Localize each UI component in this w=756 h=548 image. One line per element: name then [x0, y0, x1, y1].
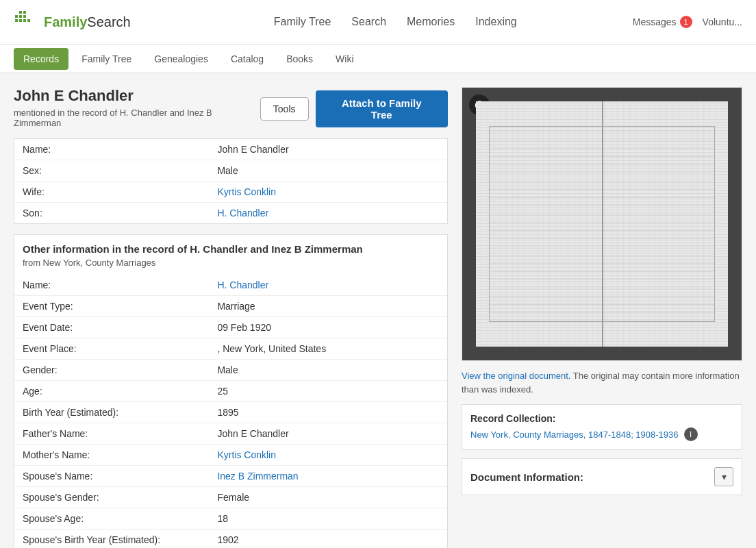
- other-info-table: Name: H. Chandler Event Type: Marriage E…: [14, 275, 447, 548]
- section-sub: from New York, County Marriages: [14, 258, 447, 275]
- table-row: Sex: Male: [14, 160, 447, 182]
- svg-rect-5: [15, 19, 18, 22]
- value-spouses-age: 18: [209, 508, 447, 530]
- label-fathers-name: Father's Name:: [14, 423, 209, 445]
- value-birth-year: 1895: [209, 402, 447, 423]
- value-fathers-name: John E Chandler: [209, 423, 447, 445]
- document-scan: [476, 101, 727, 347]
- value-event-type: Marriage: [209, 296, 447, 317]
- table-row: Spouse's Age: 18: [14, 508, 447, 530]
- svg-rect-8: [27, 19, 30, 22]
- volunteer-link[interactable]: Voluntu...: [703, 16, 742, 27]
- table-row: Birth Year (Estimated): 1895: [14, 402, 447, 423]
- value-spouses-birth-year: 1902: [209, 530, 447, 549]
- label-name: Name:: [14, 139, 209, 160]
- record-actions: Tools Attach to Family Tree: [260, 90, 448, 127]
- second-nav: Records Family Tree Genealogies Catalog …: [0, 45, 756, 73]
- record-header: John E Chandler mentioned in the record …: [14, 87, 448, 128]
- svg-rect-6: [19, 19, 22, 22]
- svg-rect-2: [23, 15, 26, 18]
- table-row: Gender: Male: [14, 360, 447, 381]
- messages-count: 1: [680, 16, 692, 28]
- nav-books[interactable]: Books: [277, 48, 323, 70]
- value-mothers-name: Kyrtis Conklin: [209, 445, 447, 466]
- mothers-name-link[interactable]: Kyrtis Conklin: [217, 449, 276, 460]
- nav-memories[interactable]: Memories: [407, 12, 455, 32]
- value-wife: Kyrtis Conklin: [209, 182, 447, 203]
- label-event-place: Event Place:: [14, 338, 209, 360]
- svg-rect-3: [19, 15, 22, 18]
- logo[interactable]: FamilySearch: [14, 10, 131, 34]
- label-birth-year: Birth Year (Estimated):: [14, 402, 209, 423]
- value-event-date: 09 Feb 1920: [209, 317, 447, 338]
- nav-records[interactable]: Records: [14, 48, 68, 70]
- messages-button[interactable]: Messages 1: [633, 16, 692, 28]
- value-spouses-gender: Female: [209, 487, 447, 508]
- table-row: Son: H. Chandler: [14, 203, 447, 224]
- table-row: Spouse's Gender: Female: [14, 487, 447, 508]
- svg-rect-1: [23, 11, 26, 14]
- table-row: Event Place: , New York, United States: [14, 338, 447, 360]
- spouses-name-link[interactable]: Inez B Zimmerman: [217, 471, 298, 482]
- doc-divider: [602, 101, 603, 347]
- nav-search[interactable]: Search: [351, 12, 386, 32]
- document-info-section: Document Information: ▾: [462, 458, 742, 495]
- label-age: Age:: [14, 381, 209, 402]
- value-event-place: , New York, United States: [209, 338, 447, 360]
- son-link[interactable]: H. Chandler: [217, 208, 268, 219]
- tools-button[interactable]: Tools: [260, 97, 309, 121]
- label-spouses-age: Spouse's Age:: [14, 508, 209, 530]
- name-link[interactable]: H. Chandler: [217, 279, 268, 290]
- nav-catalog[interactable]: Catalog: [221, 48, 273, 70]
- value-sex: Male: [209, 160, 447, 182]
- wife-link[interactable]: Kyrtis Conklin: [217, 186, 276, 197]
- table-row: Spouse's Name: Inez B Zimmerman: [14, 466, 447, 487]
- value-name: John E Chandler: [209, 139, 447, 160]
- original-doc-link[interactable]: View the original document.: [462, 371, 570, 381]
- main-navigation: Family Tree Search Memories Indexing: [158, 12, 633, 32]
- record-subtitle: mentioned in the record of H. Chandler a…: [14, 108, 260, 128]
- table-row: Mother's Name: Kyrtis Conklin: [14, 445, 447, 466]
- svg-rect-0: [19, 11, 22, 14]
- doc-info-label: Document Information:: [470, 471, 583, 483]
- value-gender: Male: [209, 360, 447, 381]
- main-content: John E Chandler mentioned in the record …: [0, 73, 756, 548]
- info-icon[interactable]: i: [684, 427, 698, 441]
- attach-button[interactable]: Attach to Family Tree: [316, 90, 449, 127]
- nav-family-tree-sub[interactable]: Family Tree: [72, 48, 141, 70]
- label-event-type: Event Type:: [14, 296, 209, 317]
- expand-doc-info-button[interactable]: ▾: [714, 467, 733, 486]
- top-nav: FamilySearch Family Tree Search Memories…: [0, 0, 756, 45]
- other-info-section: Other information in the record of H. Ch…: [14, 234, 448, 548]
- collection-link[interactable]: New York, County Marriages, 1847-1848; 1…: [470, 429, 679, 440]
- value-spouses-name: Inez B Zimmerman: [209, 466, 447, 487]
- personal-info-section: Name: John E Chandler Sex: Male Wife: Ky…: [14, 138, 448, 224]
- original-doc-section: View the original document. The original…: [462, 369, 742, 396]
- nav-genealogies[interactable]: Genealogies: [144, 48, 218, 70]
- nav-family-tree[interactable]: Family Tree: [274, 12, 331, 32]
- document-image[interactable]: ⊕: [462, 87, 742, 361]
- table-row: Father's Name: John E Chandler: [14, 423, 447, 445]
- table-row: Name: H. Chandler: [14, 275, 447, 296]
- left-panel: John E Chandler mentioned in the record …: [14, 87, 448, 548]
- section-header: Other information in the record of H. Ch…: [14, 235, 447, 258]
- top-right-actions: Messages 1 Voluntu...: [633, 16, 742, 28]
- label-sex: Sex:: [14, 160, 209, 182]
- nav-indexing[interactable]: Indexing: [475, 12, 517, 32]
- svg-rect-7: [23, 19, 26, 22]
- right-panel: ⊕ View the original document. The origin…: [462, 87, 742, 548]
- record-name: John E Chandler: [14, 87, 260, 105]
- label-mothers-name: Mother's Name:: [14, 445, 209, 466]
- table-row: Name: John E Chandler: [14, 139, 447, 160]
- nav-wiki[interactable]: Wiki: [326, 48, 363, 70]
- label-gender: Gender:: [14, 360, 209, 381]
- label-spouses-name: Spouse's Name:: [14, 466, 209, 487]
- collection-link-row: New York, County Marriages, 1847-1848; 1…: [470, 427, 733, 441]
- record-collection-box: Record Collection: New York, County Marr…: [462, 404, 742, 450]
- table-row: Event Type: Marriage: [14, 296, 447, 317]
- label-event-date: Event Date:: [14, 317, 209, 338]
- messages-label: Messages: [633, 16, 677, 27]
- svg-rect-4: [15, 15, 18, 18]
- value-son: H. Chandler: [209, 203, 447, 224]
- table-row: Event Date: 09 Feb 1920: [14, 317, 447, 338]
